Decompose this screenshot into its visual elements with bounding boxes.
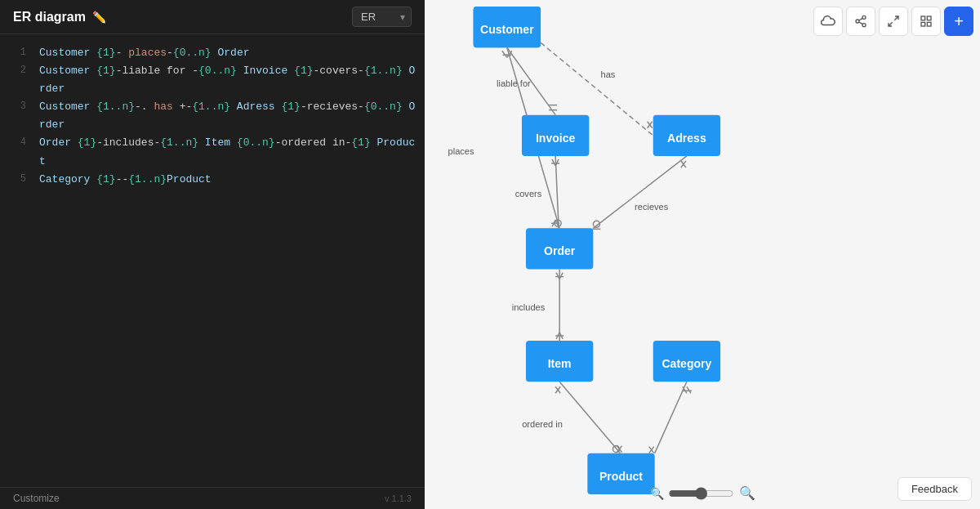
code-segment: {0..n} [173, 47, 212, 59]
grid-button[interactable] [911, 7, 941, 36]
svg-line-59 [655, 382, 687, 453]
code-segment: Order [212, 47, 250, 59]
line-number: 4 [7, 134, 26, 170]
code-segment: +- [173, 100, 192, 113]
code-line: 4Order {1}-includes-{1..n} Item {0..n}-o… [0, 134, 425, 170]
svg-rect-8 [927, 16, 931, 20]
er-diagram-canvas: Customer places liable for has covers [425, 0, 980, 509]
code-segment: has [154, 100, 172, 113]
code-segment: {0..n} [198, 65, 237, 77]
code-segment: Customer [39, 100, 96, 113]
svg-line-61 [687, 386, 691, 393]
svg-line-52 [559, 382, 620, 453]
code-segment: -- [116, 173, 129, 185]
line-content: Order {1}-includes-{1..n} Item {0..n}-or… [39, 134, 418, 170]
code-segment: {0..n} [237, 136, 275, 149]
svg-line-38 [593, 156, 687, 228]
code-segment: {1..n} [364, 65, 403, 77]
code-editor-panel: ER diagram ✏️ ER UML Class 1Customer {1}… [0, 0, 425, 509]
code-segment: -recieves- [301, 100, 364, 113]
svg-rect-9 [927, 22, 931, 26]
svg-line-5 [894, 16, 898, 20]
code-line: 5Category {1}--{1..n}Product [0, 171, 425, 189]
code-segment: {1..n} [96, 100, 135, 113]
code-segment: -. [135, 100, 154, 113]
code-editor-body[interactable]: 1Customer {1}- places-{0..n} Order2Custo… [0, 34, 425, 487]
customize-button[interactable]: Customize [13, 493, 60, 504]
code-segment: - [167, 47, 173, 59]
code-segment: Category [39, 173, 96, 185]
code-segment: -liable for - [116, 65, 198, 77]
svg-text:Adress: Adress [667, 132, 706, 145]
code-segment: Invoice [237, 65, 294, 77]
code-segment: {1} [78, 136, 96, 149]
zoom-bar: 🔍 🔍 [650, 485, 755, 501]
line-number: 2 [7, 62, 26, 98]
edit-icon[interactable]: ✏️ [92, 11, 106, 24]
line-number: 5 [7, 171, 26, 189]
svg-line-15 [502, 51, 507, 57]
svg-text:Product: Product [599, 470, 643, 483]
svg-text:liable for: liable for [497, 78, 531, 88]
svg-text:covers: covers [515, 189, 542, 199]
code-segment: places [128, 47, 167, 59]
svg-text:Order: Order [544, 244, 576, 257]
line-content: Customer {1..n}-. has +-{1..n} Adress {1… [39, 98, 418, 134]
svg-text:Category: Category [662, 357, 711, 370]
svg-point-0 [862, 16, 866, 19]
code-segment: {1..n} [128, 173, 167, 185]
code-segment: Customer [39, 65, 96, 77]
svg-text:recieves: recieves [635, 202, 669, 212]
fullscreen-button[interactable] [879, 7, 908, 36]
code-line: 3Customer {1..n}-. has +-{1..n} Adress {… [0, 98, 425, 134]
svg-text:Invoice: Invoice [536, 132, 576, 145]
editor-header: ER diagram ✏️ ER UML Class [0, 0, 425, 34]
code-line: 1Customer {1}- places-{0..n} Order [0, 44, 425, 62]
code-segment: {1} [96, 47, 115, 59]
code-segment: Customer [39, 47, 96, 59]
code-segment: {1} [351, 136, 370, 149]
svg-line-4 [859, 18, 863, 20]
code-segment: {1} [294, 65, 313, 77]
code-segment: {1..n} [192, 100, 230, 113]
svg-text:places: places [448, 146, 474, 156]
add-button[interactable]: + [944, 7, 973, 36]
svg-point-1 [856, 20, 859, 23]
diagram-type-select[interactable]: ER UML Class [352, 7, 412, 27]
feedback-button[interactable]: Feedback [898, 477, 972, 501]
svg-line-6 [889, 22, 893, 26]
diagram-panel: + Customer places liable for has [425, 0, 980, 509]
svg-point-2 [862, 24, 866, 27]
zoom-slider[interactable] [669, 487, 734, 500]
zoom-in-icon[interactable]: 🔍 [739, 485, 755, 501]
svg-rect-7 [921, 16, 925, 20]
code-segment: Product [167, 173, 212, 185]
code-segment: -ordered in- [275, 136, 352, 149]
cloud-button[interactable] [813, 7, 843, 36]
code-segment: {1} [281, 100, 300, 113]
line-content: Customer {1}-liable for -{0..n} Invoice … [39, 62, 418, 98]
svg-line-3 [859, 22, 863, 25]
code-segment: {1} [96, 65, 115, 77]
code-segment: Order [39, 136, 78, 149]
diagram-type-wrapper: ER UML Class [352, 7, 412, 27]
code-segment: -includes- [96, 136, 160, 149]
svg-text:has: has [601, 69, 616, 79]
zoom-out-icon[interactable]: 🔍 [650, 487, 664, 500]
svg-text:Item: Item [548, 357, 572, 370]
svg-text:ordered in: ordered in [522, 419, 563, 429]
svg-rect-10 [921, 22, 925, 26]
code-segment: {1} [96, 173, 115, 185]
code-segment: -covers- [313, 65, 363, 77]
share-button[interactable] [846, 7, 875, 36]
code-line: 2Customer {1}-liable for -{0..n} Invoice… [0, 62, 425, 98]
code-segment: {0..n} [364, 100, 403, 113]
editor-footer: Customize v 1.1.3 [0, 487, 425, 509]
code-segment: {1..n} [160, 136, 198, 149]
toolbar: + [813, 7, 973, 36]
line-content: Category {1}--{1..n}Product [39, 171, 418, 189]
line-number: 1 [7, 44, 26, 62]
code-segment: Item [198, 136, 237, 149]
code-segment: - [116, 47, 129, 59]
line-number: 3 [7, 98, 26, 134]
